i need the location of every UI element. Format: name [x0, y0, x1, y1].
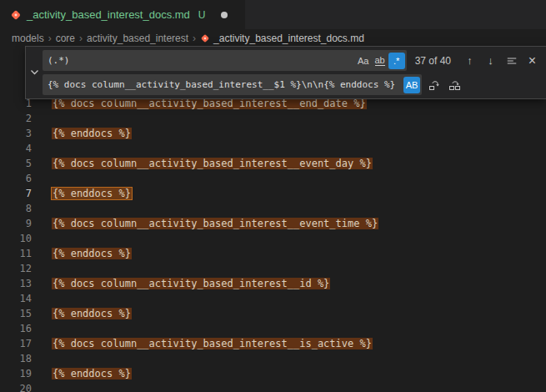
- toggle-replace-button[interactable]: [26, 50, 43, 95]
- line-text: {% enddocs %}: [32, 128, 132, 139]
- code-line[interactable]: 3{% enddocs %}: [0, 126, 546, 141]
- find-match: {% enddocs %}: [52, 308, 132, 319]
- line-number[interactable]: 17: [0, 338, 32, 349]
- editor-lines: 1{% docs column__activity_based_interest…: [0, 96, 546, 392]
- code-line[interactable]: 18: [0, 351, 546, 366]
- line-number[interactable]: 12: [0, 263, 32, 274]
- line-number[interactable]: 8: [0, 203, 32, 214]
- line-text: {% enddocs %}: [32, 308, 132, 319]
- find-match: {% enddocs %}: [52, 248, 132, 259]
- code-line[interactable]: 15{% enddocs %}: [0, 306, 546, 321]
- preserve-case-toggle[interactable]: AB: [403, 77, 420, 93]
- code-line[interactable]: 9{% docs column__activity_based_interest…: [0, 216, 546, 231]
- replace-input-value[interactable]: {% docs column__activity_based_interest_…: [48, 79, 403, 90]
- line-number[interactable]: 6: [0, 173, 32, 184]
- find-in-selection-button[interactable]: [503, 52, 520, 69]
- line-number[interactable]: 3: [0, 128, 32, 139]
- tab-filename: _activity_based_interest_docs.md: [27, 8, 190, 21]
- line-number[interactable]: 9: [0, 218, 32, 229]
- code-line[interactable]: 13{% docs column__activity_based_interes…: [0, 276, 546, 291]
- line-number[interactable]: 10: [0, 233, 32, 244]
- match-case-toggle[interactable]: Aa: [355, 53, 372, 69]
- code-line[interactable]: 20: [0, 381, 546, 392]
- editor-tab[interactable]: _activity_based_interest_docs.md U: [0, 0, 246, 29]
- code-line[interactable]: 4: [0, 141, 546, 156]
- breadcrumb-item[interactable]: models: [12, 33, 44, 44]
- line-text: {% docs column__activity_based_interest_…: [32, 98, 367, 109]
- line-number[interactable]: 19: [0, 368, 32, 379]
- regex-toggle[interactable]: .*: [388, 53, 405, 69]
- tab-bar: _activity_based_interest_docs.md U: [0, 0, 546, 29]
- unsaved-dot-icon[interactable]: [221, 12, 228, 18]
- breadcrumb-item[interactable]: activity_based_interest: [87, 33, 188, 44]
- breadcrumb-items: models›core›activity_based_interest›: [12, 33, 200, 44]
- line-number[interactable]: 14: [0, 293, 32, 304]
- breadcrumb-separator: ›: [48, 33, 52, 44]
- code-line[interactable]: 10: [0, 231, 546, 246]
- line-number[interactable]: 11: [0, 248, 32, 259]
- code-line[interactable]: 11{% enddocs %}: [0, 246, 546, 261]
- code-line[interactable]: 14: [0, 291, 546, 306]
- chevron-down-icon: [30, 65, 39, 80]
- line-text: {% enddocs %}: [32, 368, 132, 379]
- find-widget: (.*) Aa ab .* 37 of 40 ↑ ↓ × {% docs col…: [25, 46, 546, 99]
- whole-word-toggle[interactable]: ab: [372, 53, 388, 69]
- breadcrumb-item[interactable]: core: [56, 33, 75, 44]
- code-line[interactable]: 17{% docs column__activity_based_interes…: [0, 336, 546, 351]
- breadcrumb-file[interactable]: _activity_based_interest_docs.md: [213, 33, 364, 44]
- line-number[interactable]: 15: [0, 308, 32, 319]
- line-number[interactable]: 2: [0, 113, 32, 124]
- code-line[interactable]: 19{% enddocs %}: [0, 366, 546, 381]
- next-match-button[interactable]: ↓: [482, 52, 499, 69]
- dbt-file-icon: [10, 9, 22, 21]
- code-line[interactable]: 5{% docs column__activity_based_interest…: [0, 156, 546, 171]
- find-input[interactable]: (.*) Aa ab .*: [43, 50, 407, 71]
- code-line[interactable]: 6: [0, 171, 546, 186]
- find-match: {% docs column__activity_based_interest_…: [52, 158, 373, 169]
- find-input-value[interactable]: (.*): [48, 55, 355, 66]
- code-line[interactable]: 8: [0, 201, 546, 216]
- line-text: {% enddocs %}: [32, 248, 132, 259]
- replace-input[interactable]: {% docs column__activity_based_interest_…: [43, 74, 422, 95]
- line-number[interactable]: 5: [0, 158, 32, 169]
- breadcrumb-separator: ›: [79, 33, 83, 44]
- replace-all-button[interactable]: [446, 76, 463, 93]
- previous-match-button[interactable]: ↑: [461, 52, 478, 69]
- find-match: {% docs column__activity_based_interest_…: [52, 218, 378, 229]
- find-match: {% enddocs %}: [52, 368, 132, 379]
- breadcrumb: models›core›activity_based_interest› _ac…: [0, 29, 546, 48]
- line-text: {% docs column__activity_based_interest_…: [32, 158, 373, 169]
- code-line[interactable]: 2: [0, 111, 546, 126]
- close-find-button[interactable]: ×: [523, 52, 541, 69]
- dbt-file-icon-small: [200, 33, 210, 43]
- find-match: {% docs column__activity_based_interest_…: [52, 278, 330, 289]
- line-text: {% docs column__activity_based_interest_…: [32, 338, 373, 349]
- line-number[interactable]: 16: [0, 323, 32, 334]
- find-match: {% enddocs %}: [52, 128, 132, 139]
- line-text: {% docs column__activity_based_interest_…: [32, 218, 378, 229]
- line-number[interactable]: 13: [0, 278, 32, 289]
- line-number[interactable]: 7: [0, 188, 32, 199]
- results-count: 37 of 40: [415, 55, 451, 67]
- code-line[interactable]: 7{% enddocs %}: [0, 186, 546, 201]
- find-match: {% docs column__activity_based_interest_…: [52, 338, 373, 349]
- line-number[interactable]: 4: [0, 143, 32, 154]
- find-match-current: {% enddocs %}: [52, 188, 132, 199]
- breadcrumb-separator: ›: [193, 33, 196, 44]
- code-line[interactable]: 12: [0, 261, 546, 276]
- line-number[interactable]: 1: [0, 98, 32, 109]
- line-number[interactable]: 20: [0, 383, 32, 392]
- replace-button[interactable]: [425, 76, 443, 93]
- find-match: {% docs column__activity_based_interest_…: [52, 98, 367, 109]
- git-status-badge: U: [198, 9, 206, 21]
- line-number[interactable]: 18: [0, 353, 32, 364]
- code-line[interactable]: 16: [0, 321, 546, 336]
- line-text: {% enddocs %}: [32, 188, 132, 199]
- line-text: {% docs column__activity_based_interest_…: [32, 278, 330, 289]
